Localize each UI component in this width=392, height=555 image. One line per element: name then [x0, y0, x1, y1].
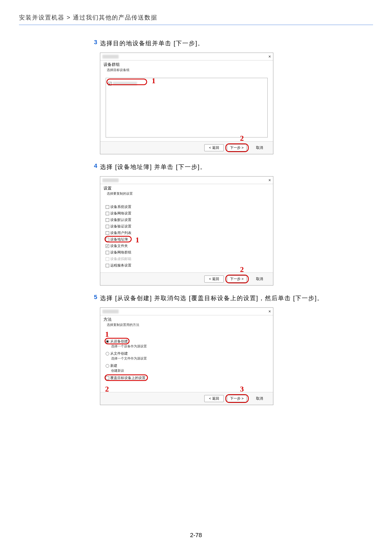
setting-item-address-book[interactable]: 设备地址簿	[106, 236, 268, 243]
radio-label: 新建	[110, 363, 117, 368]
setting-label: 设备网络设置	[110, 211, 131, 216]
setting-label: 设备验证设置	[110, 224, 131, 229]
dialog-header: 方法 选择复制设置用的方法	[100, 315, 273, 330]
step-number: 5	[91, 294, 100, 303]
setting-label: 设备文件夹	[110, 243, 128, 248]
device-group-item[interactable]	[108, 80, 265, 87]
dialog-footer: 2 < 返回 下一步 > 取消	[100, 141, 273, 154]
checkbox-icon[interactable]	[106, 264, 109, 267]
checkbox-icon[interactable]	[106, 376, 109, 380]
step-text: 选择 [从设备创建] 并取消勾选 [覆盖目标设备上的设置]，然后单击 [下一步]…	[100, 294, 323, 303]
cancel-button[interactable]: 取消	[250, 395, 269, 402]
close-icon[interactable]: ×	[268, 54, 271, 59]
checkbox-icon[interactable]	[106, 231, 109, 235]
next-button[interactable]: 下一步 >	[227, 275, 247, 283]
setting-item[interactable]: 设备系统设置	[106, 204, 268, 210]
setting-item[interactable]: 设备用户列表	[106, 230, 268, 236]
radio-label: 从设备创建	[110, 339, 128, 344]
radio-sub: 创建新设	[106, 368, 268, 373]
setting-label: 设备网络群组	[110, 250, 131, 255]
page-number: 2-78	[0, 532, 392, 539]
next-button[interactable]: 下一步 >	[227, 144, 247, 151]
dialog-subtitle: 选择要复制的设置	[103, 191, 270, 196]
setting-item[interactable]: 设备文件夹	[106, 243, 268, 249]
checkbox-icon[interactable]	[106, 251, 109, 254]
dialog-title-blur	[102, 55, 119, 59]
cancel-button[interactable]: 取消	[250, 275, 269, 283]
dialog-device-group: × 设备群组 选择目标设备组 1	[100, 53, 273, 154]
dialog-subtitle: 选择复制设置用的方法	[103, 323, 270, 327]
checkbox-icon	[106, 257, 109, 261]
radio-from-file[interactable]: 从文件创建	[106, 350, 268, 357]
radio-sub: 选择一个设备作为源设置	[106, 344, 268, 349]
setting-label: 设备地址簿	[110, 237, 128, 242]
dialog-title: 设置	[103, 186, 270, 191]
radio-label: 从文件创建	[110, 351, 128, 356]
setting-label: 设备虚拟邮箱	[110, 256, 131, 261]
dialog-footer: 2 < 返回 下一步 > 取消	[100, 272, 273, 285]
cancel-button[interactable]: 取消	[250, 144, 269, 151]
checkbox-label: 覆盖目标设备上的设置	[110, 376, 145, 380]
dialog-title: 设备群组	[103, 62, 270, 67]
next-button[interactable]: 下一步 >	[227, 395, 247, 402]
step-number: 4	[91, 162, 100, 171]
checkbox-icon[interactable]	[108, 82, 112, 85]
setting-item-disabled: 设备虚拟邮箱	[106, 256, 268, 262]
dialog-method: × 方法 选择复制设置用的方法 1 从设备创建 选择一个设备作为源设置	[100, 307, 273, 405]
setting-item[interactable]: 设备默认设置	[106, 217, 268, 223]
checkbox-icon[interactable]	[106, 225, 109, 228]
checkbox-icon[interactable]	[106, 238, 109, 241]
dialog-titlebar: ×	[100, 308, 273, 315]
dialog-titlebar: ×	[100, 177, 273, 184]
dialog-footer: 3 < 返回 下一步 > 取消	[100, 392, 273, 405]
radio-icon[interactable]	[106, 352, 109, 355]
radio-from-device[interactable]: 从设备创建	[106, 338, 268, 345]
step-number: 3	[91, 39, 100, 48]
radio-icon[interactable]	[106, 340, 109, 343]
dialog-title-blur	[102, 178, 119, 182]
step-text: 选择目的地设备组并单击 [下一步]。	[100, 39, 204, 48]
checkbox-overwrite[interactable]: 覆盖目标设备上的设置	[106, 375, 268, 381]
dialog-title: 方法	[103, 317, 270, 322]
back-button[interactable]: < 返回	[204, 395, 224, 402]
setting-label: 远程服务设置	[110, 263, 131, 268]
setting-label: 设备默认设置	[110, 217, 131, 222]
dialog-titlebar: ×	[100, 53, 273, 60]
step-4: 4 选择 [设备地址簿] 并单击 [下一步]。	[91, 162, 335, 171]
checkbox-icon[interactable]	[106, 212, 109, 215]
checkbox-icon[interactable]	[106, 218, 109, 222]
radio-icon[interactable]	[106, 364, 109, 368]
step-text: 选择 [设备地址簿] 并单击 [下一步]。	[100, 162, 206, 171]
device-group-list	[106, 78, 268, 137]
dialog-subtitle: 选择目标设备组	[103, 68, 270, 72]
dialog-settings: × 设置 选择要复制的设置 设备系统设置 设备网络设置 设备默认设置 设备验证设…	[100, 176, 273, 285]
setting-item[interactable]: 远程服务设置	[106, 262, 268, 269]
dialog-header: 设备群组 选择目标设备组	[100, 60, 273, 75]
close-icon[interactable]: ×	[268, 309, 271, 314]
step-5: 5 选择 [从设备创建] 并取消勾选 [覆盖目标设备上的设置]，然后单击 [下一…	[91, 294, 335, 303]
setting-item[interactable]: 设备网络设置	[106, 210, 268, 217]
checkbox-icon[interactable]	[106, 205, 109, 209]
close-icon[interactable]: ×	[268, 178, 271, 183]
dialog-title-blur	[102, 310, 119, 313]
setting-item[interactable]: 设备网络群组	[106, 249, 268, 256]
setting-label: 设备用户列表	[110, 230, 131, 235]
device-group-name-blur	[113, 82, 137, 85]
checkbox-icon[interactable]	[106, 244, 109, 248]
radio-sub: 选择一个文件作为源设置	[106, 356, 268, 361]
back-button[interactable]: < 返回	[204, 275, 224, 283]
dialog-header: 设置 选择要复制的设置	[100, 184, 273, 199]
breadcrumb: 安装并设置机器 > 通过我们其他的产品传送数据	[19, 14, 373, 25]
setting-label: 设备系统设置	[110, 204, 131, 209]
step-3: 3 选择目的地设备组并单击 [下一步]。	[91, 39, 335, 48]
back-button[interactable]: < 返回	[204, 144, 224, 151]
setting-item[interactable]: 设备验证设置	[106, 223, 268, 230]
radio-new[interactable]: 新建	[106, 362, 268, 369]
